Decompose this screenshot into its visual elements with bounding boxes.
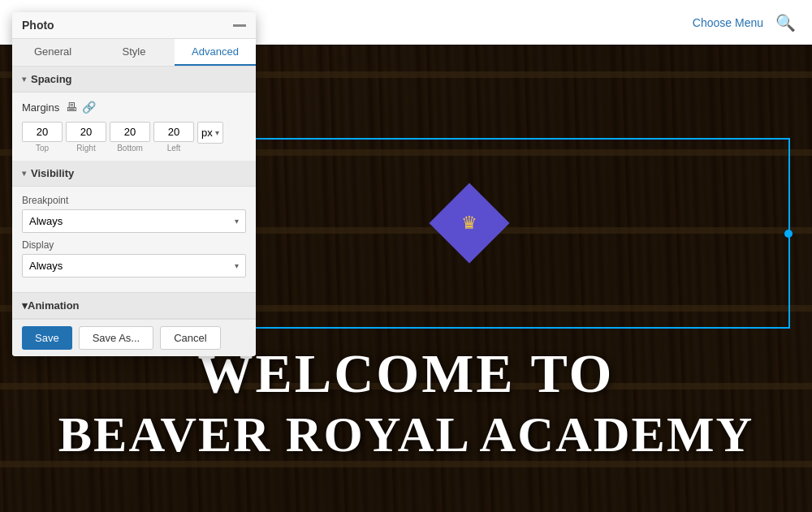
margin-top-group: Top bbox=[22, 122, 63, 153]
link-icon[interactable]: 🔗 bbox=[82, 101, 96, 114]
margin-right-group: Right bbox=[66, 122, 106, 153]
margin-left-group: Left bbox=[153, 122, 194, 153]
welcome-line2: BEAVER ROYAL ACADEMY bbox=[0, 406, 812, 463]
margin-bottom-group: Bottom bbox=[110, 122, 150, 153]
logo-inner: ♛ bbox=[461, 214, 477, 232]
breakpoint-row: Breakpoint Always ▾ bbox=[22, 195, 246, 233]
display-chevron-icon: ▾ bbox=[235, 261, 239, 270]
choose-menu-link[interactable]: Choose Menu bbox=[693, 16, 763, 29]
panel-header: Photo bbox=[12, 12, 256, 39]
margins-row: Margins 🖶 🔗 bbox=[22, 101, 246, 114]
panel-body: ▾ Spacing Margins 🖶 🔗 Top Right bbox=[12, 67, 256, 319]
margin-bottom-label: Bottom bbox=[117, 144, 143, 153]
display-select[interactable]: Always ▾ bbox=[22, 254, 246, 278]
breakpoint-chevron-icon: ▾ bbox=[235, 217, 239, 226]
visibility-content: Breakpoint Always ▾ Display Always ▾ bbox=[12, 187, 256, 292]
margin-top-input[interactable] bbox=[22, 122, 63, 142]
desktop-icon[interactable]: 🖶 bbox=[66, 101, 77, 114]
spacing-section-header[interactable]: ▾ Spacing bbox=[12, 67, 256, 93]
tab-advanced[interactable]: Advanced bbox=[175, 39, 256, 66]
breakpoint-label: Breakpoint bbox=[22, 195, 246, 206]
visibility-chevron-icon: ▾ bbox=[22, 169, 26, 178]
minimize-button[interactable] bbox=[233, 24, 246, 27]
display-row: Display Always ▾ bbox=[22, 239, 246, 278]
animation-chevron-icon: ▾ bbox=[22, 299, 28, 312]
nav-right: Choose Menu 🔍 bbox=[693, 13, 796, 32]
save-as-button[interactable]: Save As... bbox=[79, 326, 154, 350]
tab-general[interactable]: General bbox=[12, 39, 93, 66]
breakpoint-value: Always bbox=[29, 215, 63, 227]
margin-bottom-input[interactable] bbox=[110, 122, 150, 142]
animation-section-header[interactable]: ▾ Animation bbox=[12, 292, 256, 319]
tab-style[interactable]: Style bbox=[93, 39, 175, 66]
margin-right-input[interactable] bbox=[66, 122, 106, 142]
panel-title: Photo bbox=[22, 19, 54, 32]
visibility-section-header[interactable]: ▾ Visibility bbox=[12, 161, 256, 187]
margins-icons: 🖶 🔗 bbox=[66, 101, 96, 114]
cancel-button[interactable]: Cancel bbox=[160, 326, 220, 350]
display-label: Display bbox=[22, 239, 246, 251]
margin-top-label: Top bbox=[36, 144, 49, 153]
spacing-content: Margins 🖶 🔗 Top Right Bottom bbox=[12, 93, 256, 161]
spacing-chevron-icon: ▾ bbox=[22, 75, 26, 84]
panel-tabs: General Style Advanced bbox=[12, 39, 256, 67]
margin-left-label: Left bbox=[167, 144, 181, 153]
unit-chevron-icon: ▾ bbox=[215, 128, 219, 137]
search-icon[interactable]: 🔍 bbox=[775, 13, 796, 32]
welcome-section: WELCOME TO BEAVER ROYAL ACADEMY bbox=[0, 342, 812, 463]
margins-label: Margins bbox=[22, 101, 59, 114]
breakpoint-select[interactable]: Always ▾ bbox=[22, 209, 246, 233]
unit-select[interactable]: px ▾ bbox=[197, 122, 223, 144]
margin-input-row: Top Right Bottom Left px ▾ bbox=[22, 122, 246, 153]
visibility-label: Visibility bbox=[31, 167, 74, 179]
margin-right-label: Right bbox=[76, 144, 95, 153]
save-button[interactable]: Save bbox=[22, 326, 72, 350]
margin-left-input[interactable] bbox=[153, 122, 194, 142]
animation-label: Animation bbox=[28, 299, 80, 312]
spacing-label: Spacing bbox=[31, 73, 72, 85]
display-value: Always bbox=[29, 260, 63, 272]
panel-footer: Save Save As... Cancel bbox=[12, 319, 256, 356]
unit-value: px bbox=[201, 127, 213, 139]
panel: Photo General Style Advanced ▾ Spacing M… bbox=[12, 12, 256, 356]
